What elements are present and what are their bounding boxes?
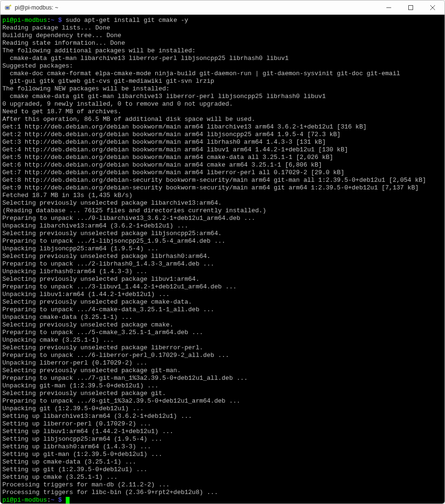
terminal-window: pi@pi-modbus: ~ pi@pi-modbus:~ $ sudo ap…	[0, 0, 445, 504]
terminal-area[interactable]: pi@pi-modbus:~ $ sudo apt-get install gi…	[0, 15, 445, 504]
maximize-button[interactable]	[400, 0, 422, 14]
svg-rect-1	[6, 7, 9, 9]
prompt-path: ~ $	[51, 17, 61, 24]
cursor-icon	[66, 497, 70, 504]
close-button[interactable]	[422, 0, 444, 14]
typed-command: sudo apt-get install git cmake -y	[62, 17, 188, 24]
titlebar[interactable]: pi@pi-modbus: ~	[0, 0, 445, 15]
terminal-output: Reading package lists... Done Building d…	[2, 24, 426, 496]
prompt-userhost: pi@pi-modbus	[2, 17, 47, 24]
window-title: pi@pi-modbus: ~	[15, 4, 378, 11]
window-buttons	[378, 0, 444, 14]
prompt-line-2: pi@pi-modbus:~ $	[2, 496, 70, 504]
minimize-button[interactable]	[378, 0, 400, 14]
putty-icon	[4, 4, 12, 11]
prompt-path: ~ $	[51, 496, 61, 504]
prompt-userhost: pi@pi-modbus	[2, 496, 47, 504]
svg-rect-2	[409, 5, 413, 10]
prompt-line: pi@pi-modbus:~ $ sudo apt-get install gi…	[2, 17, 188, 24]
